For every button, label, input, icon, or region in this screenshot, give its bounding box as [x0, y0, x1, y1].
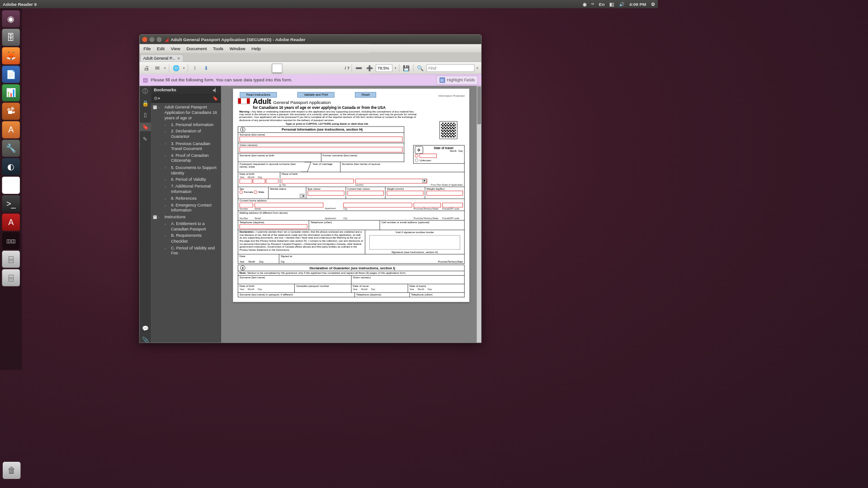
addr-street-input[interactable] — [255, 203, 323, 208]
info-panel-icon[interactable]: ⓘ — [142, 88, 148, 95]
bm-item-2[interactable]: ▫2. Declaration of Guarantor — [153, 128, 219, 141]
zoom-input[interactable] — [376, 64, 392, 72]
launcher-impress[interactable]: 📽 — [2, 103, 20, 120]
battery-icon[interactable]: ▮▯ — [609, 1, 614, 6]
bm-item-1[interactable]: ▫1. Personal Information — [153, 122, 219, 128]
zoom-in-button[interactable]: ➕ — [365, 63, 374, 73]
launcher-firefox[interactable]: 🦊 — [2, 47, 20, 65]
window-titlebar[interactable]: ◢ Adult General Passport Application (SE… — [139, 35, 481, 44]
menu-file[interactable]: File — [141, 45, 153, 52]
email-dropdown[interactable]: ▾ — [163, 66, 167, 70]
menu-view[interactable]: View — [168, 45, 183, 52]
menu-tools[interactable]: Tools — [210, 45, 226, 52]
menu-help[interactable]: Help — [249, 45, 263, 52]
addr-prov-input[interactable] — [414, 203, 441, 208]
bm-root-toggle[interactable]: − — [153, 105, 157, 109]
email-button[interactable]: ✉ — [152, 63, 162, 73]
menu-edit[interactable]: Edit — [154, 45, 167, 52]
trash-icon[interactable]: 🗑 — [3, 462, 20, 479]
zoom-out-button[interactable]: ➖ — [354, 63, 363, 73]
find-dropdown[interactable]: ▾ — [476, 66, 480, 70]
menu-window[interactable]: Window — [227, 45, 248, 52]
attachments-panel-icon[interactable]: 📎 — [142, 336, 149, 343]
validate-print-button[interactable]: Validate and Print — [297, 92, 335, 98]
keyboard-lang[interactable]: En — [599, 1, 605, 6]
launcher-settings[interactable]: 🔧 — [2, 140, 20, 157]
bm-item-6[interactable]: ▫6. Period of Validity — [153, 176, 219, 183]
dob-month-input[interactable] — [253, 179, 265, 184]
launcher-acrobat[interactable]: A — [2, 214, 20, 231]
window-maximize-button[interactable] — [156, 37, 161, 42]
tel-day-input[interactable] — [240, 224, 307, 229]
comments-panel-icon[interactable]: 💬 — [142, 325, 149, 331]
window-close-button[interactable] — [142, 37, 147, 42]
document-view[interactable]: Read Instructions Validate and Print Res… — [221, 86, 481, 343]
collab-dropdown[interactable]: ▾ — [182, 66, 186, 70]
document-tab[interactable]: Adult General P... ✕ — [140, 54, 184, 61]
print-button[interactable]: 🖨 — [142, 63, 151, 73]
addr-number-input[interactable] — [240, 203, 253, 208]
pob-city-input[interactable] — [282, 179, 354, 184]
volume-icon[interactable]: 🔊 — [619, 1, 624, 6]
find-input[interactable] — [426, 64, 474, 72]
launcher-chrome[interactable]: ◉ — [2, 177, 20, 194]
bm-item-9[interactable]: ▫9. Emergency Contact Information — [153, 202, 219, 214]
launcher-drive2[interactable]: ⌸ — [2, 269, 20, 286]
highlight-fields-button[interactable]: ▤ Highlight Fields — [436, 75, 478, 84]
collapse-panel-icon[interactable]: ◀▏ — [212, 88, 218, 92]
dob-year-input[interactable] — [240, 179, 252, 184]
marital-dropdown[interactable]: ▾ — [300, 194, 305, 198]
launcher-files[interactable]: 🗄 — [2, 29, 20, 46]
window-minimize-button[interactable] — [149, 37, 154, 42]
sex-male-radio[interactable] — [254, 190, 258, 194]
bookmarks-panel-icon[interactable]: 🔖 — [139, 122, 151, 131]
given-names-input[interactable] — [240, 147, 403, 152]
eye-colour-input[interactable] — [308, 191, 344, 196]
launcher-software-center[interactable]: A — [2, 121, 20, 138]
bm-instr-2[interactable]: ▫B. Requirements Checklist — [153, 233, 219, 245]
read-instructions-button[interactable]: Read Instructions — [240, 92, 277, 98]
dob-day-input[interactable] — [266, 179, 278, 184]
gear-icon[interactable]: ⚙ — [651, 1, 655, 6]
bookmarks-tree[interactable]: −▫Adult General Passport Application for… — [151, 103, 221, 343]
search-button[interactable]: 🔍 — [415, 63, 425, 73]
bm-item-5[interactable]: ▫5. Documents to Support Identity — [153, 164, 219, 177]
hair-colour-input[interactable] — [347, 191, 384, 196]
surname-input[interactable] — [240, 136, 403, 142]
pages-panel-icon[interactable]: ▯ — [144, 111, 147, 117]
launcher-writer[interactable]: 📄 — [2, 66, 20, 83]
launcher-workspace[interactable]: ◫◫ — [2, 232, 20, 249]
chrome-indicator-icon[interactable]: ◉ — [583, 1, 586, 6]
weight-input[interactable] — [426, 191, 463, 196]
bm-item-8[interactable]: ▫8. References — [153, 195, 219, 202]
zoom-dropdown[interactable]: ▾ — [394, 66, 397, 70]
bookmarks-new-icon[interactable]: 🔖 — [212, 96, 218, 101]
launcher-calc[interactable]: 📊 — [2, 84, 20, 101]
page-up-button[interactable]: ⬆ — [190, 63, 200, 73]
bm-item-3[interactable]: ▫3. Previous Canadian Travel Document — [153, 140, 219, 152]
addr-zip-input[interactable] — [442, 203, 462, 208]
country-dropdown-icon[interactable]: ▾ — [422, 179, 426, 183]
bm-item-7[interactable]: ▫7. Additional Personal Information — [153, 183, 219, 195]
sex-female-radio[interactable] — [240, 190, 243, 194]
bm-root[interactable]: −▫Adult General Passport Application for… — [153, 104, 219, 121]
tab-close-button[interactable]: ✕ — [177, 56, 180, 61]
height-input[interactable] — [387, 191, 424, 196]
bm-instr-3[interactable]: ▫C. Period of Validity and Fee — [153, 245, 219, 257]
launcher-ubuntu-dash[interactable]: ◉ — [2, 10, 20, 28]
signature-box[interactable] — [369, 235, 460, 250]
page-down-button[interactable]: ⬇ — [201, 63, 211, 73]
clock[interactable]: 4:09 PM — [629, 1, 646, 6]
launcher-steam[interactable]: ◐ — [2, 158, 20, 175]
bm-instructions-toggle[interactable]: − — [153, 215, 157, 219]
scrollbar-thumb[interactable] — [477, 87, 481, 124]
bm-item-4[interactable]: ▫4. Proof of Canadian Citizenship — [153, 152, 219, 164]
travel-unknown-radio[interactable] — [415, 159, 419, 162]
signatures-panel-icon[interactable]: ✎ — [143, 136, 147, 142]
bookmarks-options-icon[interactable]: ⚙▾ — [154, 96, 160, 101]
reset-button[interactable]: Reset — [355, 92, 376, 98]
bm-instructions[interactable]: −▫Instructions — [153, 214, 219, 221]
travel-date-radio[interactable] — [415, 154, 419, 158]
page-number-input[interactable] — [272, 64, 283, 73]
launcher-terminal[interactable]: >_ — [2, 195, 20, 212]
